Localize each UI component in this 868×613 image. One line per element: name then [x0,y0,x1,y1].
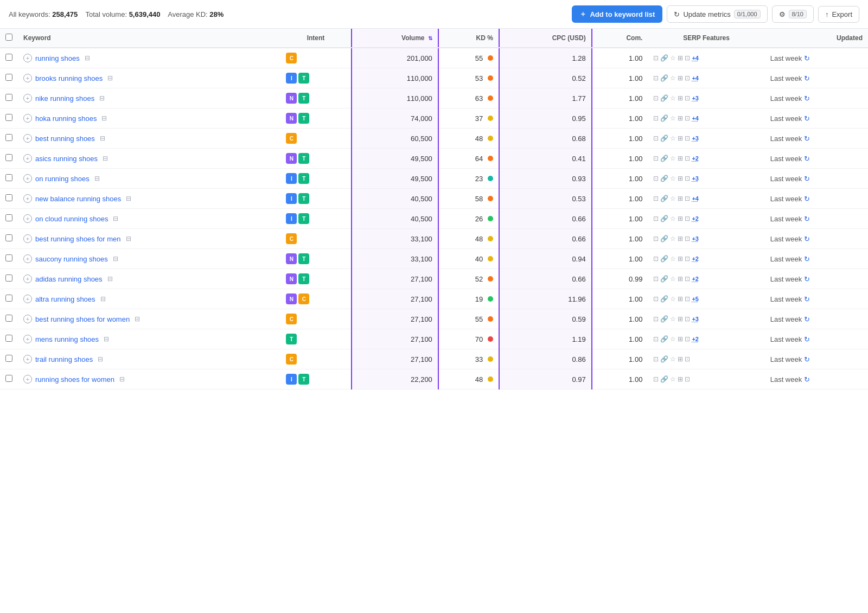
settings-button[interactable]: ⚙ 8/10 [772,5,814,23]
serp-extra-count[interactable]: +3 [692,235,699,242]
keyword-link[interactable]: on running shoes [35,175,90,183]
row-checkbox[interactable] [5,134,12,141]
row-refresh-icon[interactable]: ↻ [804,255,810,263]
list-icon[interactable]: ⊟ [83,54,92,62]
row-checkbox[interactable] [5,114,12,121]
row-refresh-icon[interactable]: ↻ [804,295,810,303]
list-icon[interactable]: ⊟ [98,134,107,143]
row-refresh-icon[interactable]: ↻ [804,94,810,103]
row-checkbox-cell[interactable] [0,169,18,189]
list-icon[interactable]: ⊟ [106,74,114,82]
row-refresh-icon[interactable]: ↻ [804,54,810,62]
select-all-header[interactable] [0,29,18,48]
add-keyword-icon[interactable]: + [23,174,32,183]
serp-extra-count[interactable]: +2 [692,336,699,342]
list-icon[interactable]: ⊟ [111,254,120,263]
serp-extra-count[interactable]: +2 [692,256,699,262]
row-checkbox-cell[interactable] [0,129,18,149]
row-refresh-icon[interactable]: ↻ [804,375,810,384]
list-icon[interactable]: ⊟ [106,274,114,283]
serp-extra-count[interactable]: +3 [692,95,699,101]
keyword-link[interactable]: best running shoes for women [35,315,130,323]
keyword-link[interactable]: hoka running shoes [35,114,97,123]
row-refresh-icon[interactable]: ↻ [804,114,810,123]
list-icon[interactable]: ⊟ [133,315,142,323]
row-refresh-icon[interactable]: ↻ [804,175,810,183]
row-checkbox-cell[interactable] [0,48,18,68]
row-checkbox-cell[interactable] [0,249,18,269]
add-keyword-icon[interactable]: + [23,234,32,243]
add-to-keyword-list-button[interactable]: ＋ Add to keyword list [572,5,662,23]
row-checkbox-cell[interactable] [0,68,18,88]
keyword-link[interactable]: running shoes [35,54,80,62]
row-checkbox-cell[interactable] [0,269,18,289]
row-checkbox-cell[interactable] [0,209,18,229]
add-keyword-icon[interactable]: + [23,194,32,203]
row-checkbox[interactable] [5,174,12,181]
row-checkbox[interactable] [5,375,12,382]
row-checkbox-cell[interactable] [0,229,18,249]
add-keyword-icon[interactable]: + [23,114,32,123]
add-keyword-icon[interactable]: + [23,94,32,103]
row-checkbox-cell[interactable] [0,369,18,389]
row-checkbox-cell[interactable] [0,149,18,169]
keyword-link[interactable]: new balance running shoes [35,195,121,203]
row-checkbox[interactable] [5,54,12,61]
keyword-link[interactable]: altra running shoes [35,295,95,303]
row-checkbox[interactable] [5,154,12,161]
row-refresh-icon[interactable]: ↻ [804,74,810,82]
row-checkbox-cell[interactable] [0,289,18,309]
serp-extra-count[interactable]: +3 [692,135,699,142]
row-checkbox[interactable] [5,315,12,322]
row-checkbox-cell[interactable] [0,329,18,349]
row-checkbox[interactable] [5,274,12,282]
select-all-checkbox[interactable] [5,34,12,41]
serp-extra-count[interactable]: +2 [692,215,699,222]
keyword-link[interactable]: brooks running shoes [35,74,103,82]
row-checkbox[interactable] [5,295,12,302]
row-checkbox[interactable] [5,355,12,362]
add-keyword-icon[interactable]: + [23,54,32,62]
row-refresh-icon[interactable]: ↻ [804,135,810,143]
row-checkbox[interactable] [5,254,12,261]
add-keyword-icon[interactable]: + [23,295,32,303]
update-metrics-button[interactable]: ↻ Update metrics 0/1,000 [667,5,767,23]
list-icon[interactable]: ⊟ [99,295,107,303]
add-keyword-icon[interactable]: + [23,74,32,82]
volume-header[interactable]: Volume ⇅ [352,29,438,48]
keyword-link[interactable]: asics running shoes [35,155,98,163]
add-keyword-icon[interactable]: + [23,315,32,323]
row-refresh-icon[interactable]: ↻ [804,235,810,243]
serp-extra-count[interactable]: +2 [692,276,699,282]
serp-extra-count[interactable]: +4 [692,195,699,202]
list-icon[interactable]: ⊟ [101,154,110,163]
row-checkbox-cell[interactable] [0,88,18,108]
row-checkbox[interactable] [5,234,12,241]
keyword-link[interactable]: best running shoes [35,135,95,143]
row-checkbox-cell[interactable] [0,108,18,129]
row-refresh-icon[interactable]: ↻ [804,195,810,203]
row-checkbox[interactable] [5,94,12,101]
add-keyword-icon[interactable]: + [23,355,32,363]
add-keyword-icon[interactable]: + [23,154,32,163]
keyword-link[interactable]: on cloud running shoes [35,215,108,223]
row-refresh-icon[interactable]: ↻ [804,275,810,283]
keyword-link[interactable]: running shoes for women [35,375,114,384]
row-checkbox[interactable] [5,214,12,221]
row-refresh-icon[interactable]: ↻ [804,315,810,323]
list-icon[interactable]: ⊟ [111,214,120,223]
keyword-link[interactable]: best running shoes for men [35,235,121,243]
row-checkbox[interactable] [5,335,12,342]
row-refresh-icon[interactable]: ↻ [804,215,810,223]
row-checkbox[interactable] [5,74,12,81]
serp-extra-count[interactable]: +3 [692,175,699,182]
add-keyword-icon[interactable]: + [23,134,32,143]
row-checkbox[interactable] [5,194,12,201]
list-icon[interactable]: ⊟ [102,335,111,343]
serp-extra-count[interactable]: +2 [692,155,699,162]
keyword-link[interactable]: adidas running shoes [35,275,103,283]
row-refresh-icon[interactable]: ↻ [804,155,810,163]
row-refresh-icon[interactable]: ↻ [804,335,810,343]
add-keyword-icon[interactable]: + [23,274,32,283]
row-checkbox-cell[interactable] [0,189,18,209]
